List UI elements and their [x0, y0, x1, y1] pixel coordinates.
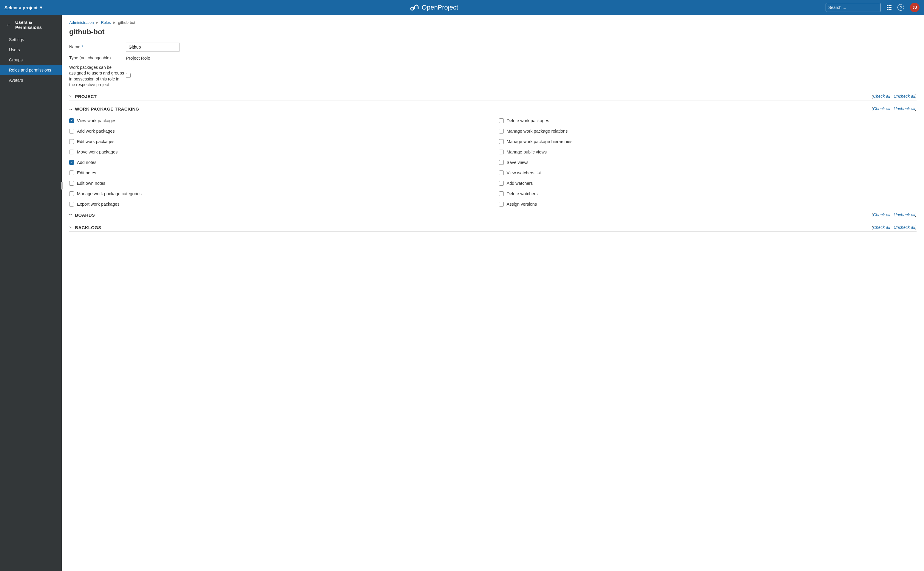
search-input[interactable]	[828, 5, 881, 10]
permission-item-manage-public-views[interactable]: Manage public views	[499, 150, 917, 154]
sidebar: ← Users & Permissions SettingsUsersGroup…	[0, 15, 62, 571]
check-all-link[interactable]: Check all	[873, 106, 890, 111]
sidebar-header: ← Users & Permissions	[0, 15, 62, 35]
permission-label: Add work packages	[77, 129, 115, 134]
permission-item-manage-work-package-hierarchies[interactable]: Manage work package hierarchies	[499, 139, 917, 144]
permission-checkbox[interactable]	[499, 150, 504, 154]
brand-logo[interactable]: OpenProject	[410, 3, 458, 11]
permission-column: Delete work packagesManage work package …	[499, 118, 917, 207]
form-row-type: Type (not changeable) Project Role	[69, 55, 916, 61]
sidebar-resize-handle[interactable]	[61, 182, 63, 190]
check-all-link[interactable]: Check all	[873, 225, 890, 230]
sidebar-item-users[interactable]: Users	[0, 45, 62, 55]
section-links: (Check all | Uncheck all)	[871, 94, 916, 99]
permission-label: View watchers list	[507, 170, 541, 175]
sidebar-item-roles-and-permissions[interactable]: Roles and permissions	[0, 65, 62, 75]
permission-item-export-work-packages[interactable]: Export work packages	[69, 202, 487, 207]
back-arrow-icon[interactable]: ←	[5, 22, 11, 28]
permission-label: Assign versions	[507, 202, 537, 207]
avatar[interactable]: JU	[910, 3, 919, 12]
breadcrumb-roles[interactable]: Roles	[101, 20, 111, 25]
permission-checkbox[interactable]	[69, 170, 74, 175]
section-toggle-project[interactable]: ﹀PROJECT	[69, 94, 97, 99]
permission-checkbox[interactable]	[499, 181, 504, 186]
sidebar-item-groups[interactable]: Groups	[0, 55, 62, 65]
section-toggle-work-package-tracking[interactable]: ︿WORK PACKAGE TRACKING	[69, 106, 139, 111]
assignable-label: Work packages can be assigned to users a…	[69, 65, 126, 88]
breadcrumb-administration[interactable]: Administration	[69, 20, 94, 25]
section-toggle-boards[interactable]: ﹀BOARDS	[69, 213, 95, 218]
permission-item-add-notes[interactable]: Add notes	[69, 160, 487, 165]
section-title-text: PROJECT	[75, 94, 97, 99]
openproject-icon	[410, 4, 419, 11]
permission-checkbox[interactable]	[69, 160, 74, 165]
permission-label: Manage public views	[507, 150, 547, 154]
permission-item-delete-work-packages[interactable]: Delete work packages	[499, 118, 917, 123]
help-icon[interactable]: ?	[898, 4, 904, 11]
permission-label: Save views	[507, 160, 528, 165]
permission-label: Manage work package hierarchies	[507, 139, 573, 144]
apps-icon[interactable]	[887, 5, 891, 10]
chevron-down-icon: ﹀	[69, 213, 73, 217]
sidebar-item-avatars[interactable]: Avatars	[0, 75, 62, 85]
chevron-up-icon: ︿	[69, 107, 73, 111]
form-row-name: Name *	[69, 43, 916, 52]
permission-checkbox[interactable]	[499, 170, 504, 175]
permission-item-delete-watchers[interactable]: Delete watchers	[499, 191, 917, 196]
top-header: Select a project ▾ OpenProject ? JU	[0, 0, 924, 15]
permission-label: Edit own notes	[77, 181, 105, 186]
permission-checkbox[interactable]	[69, 181, 74, 186]
section-toggle-backlogs[interactable]: ﹀BACKLOGS	[69, 225, 101, 230]
uncheck-all-link[interactable]: Uncheck all	[893, 94, 915, 99]
permission-item-move-work-packages[interactable]: Move work packages	[69, 150, 487, 154]
permission-item-view-watchers-list[interactable]: View watchers list	[499, 170, 917, 175]
permission-label: Export work packages	[77, 202, 119, 207]
permission-checkbox[interactable]	[499, 118, 504, 123]
header-right: ? JU	[826, 3, 919, 12]
check-all-link[interactable]: Check all	[873, 213, 890, 217]
check-all-link[interactable]: Check all	[873, 94, 890, 99]
uncheck-all-link[interactable]: Uncheck all	[893, 213, 915, 217]
permission-item-manage-work-package-categories[interactable]: Manage work package categories	[69, 191, 487, 196]
svg-point-0	[411, 7, 414, 10]
section-links: (Check all | Uncheck all)	[871, 106, 916, 111]
permission-checkbox[interactable]	[499, 160, 504, 165]
permission-item-edit-work-packages[interactable]: Edit work packages	[69, 139, 487, 144]
permission-item-edit-own-notes[interactable]: Edit own notes	[69, 181, 487, 186]
permission-item-edit-notes[interactable]: Edit notes	[69, 170, 487, 175]
permission-checkbox[interactable]	[69, 150, 74, 154]
project-selector[interactable]: Select a project ▾	[5, 5, 42, 10]
permission-checkbox[interactable]	[499, 191, 504, 196]
section-header-backlogs: ﹀BACKLOGS(Check all | Uncheck all)	[69, 225, 916, 231]
uncheck-all-link[interactable]: Uncheck all	[893, 106, 915, 111]
permission-item-save-views[interactable]: Save views	[499, 160, 917, 165]
permission-label: Add notes	[77, 160, 96, 165]
uncheck-all-link[interactable]: Uncheck all	[893, 225, 915, 230]
type-label: Type (not changeable)	[69, 55, 126, 61]
search-box[interactable]	[826, 3, 881, 12]
permission-item-add-watchers[interactable]: Add watchers	[499, 181, 917, 186]
permission-checkbox[interactable]	[499, 202, 504, 207]
permission-checkbox[interactable]	[69, 139, 74, 144]
permission-item-assign-versions[interactable]: Assign versions	[499, 202, 917, 207]
name-input[interactable]	[126, 43, 180, 52]
permission-checkbox[interactable]	[69, 191, 74, 196]
permission-checkbox[interactable]	[499, 139, 504, 144]
chevron-right-icon: ▶	[96, 21, 98, 24]
permission-checkbox[interactable]	[499, 129, 504, 134]
permission-item-manage-work-package-relations[interactable]: Manage work package relations	[499, 129, 917, 134]
permission-item-view-work-packages[interactable]: View work packages	[69, 118, 487, 123]
name-label: Name *	[69, 44, 126, 50]
permission-checkbox[interactable]	[69, 118, 74, 123]
permission-label: Move work packages	[77, 150, 118, 154]
permission-label: Delete watchers	[507, 191, 538, 196]
sidebar-item-settings[interactable]: Settings	[0, 35, 62, 45]
permission-checkbox[interactable]	[69, 202, 74, 207]
breadcrumb-current: github-bot	[118, 20, 135, 25]
brand-text: OpenProject	[422, 3, 458, 11]
permission-checkbox[interactable]	[69, 129, 74, 134]
assignable-checkbox[interactable]	[126, 73, 131, 78]
permission-item-add-work-packages[interactable]: Add work packages	[69, 129, 487, 134]
permission-label: Delete work packages	[507, 118, 549, 123]
permission-label: Edit work packages	[77, 139, 115, 144]
